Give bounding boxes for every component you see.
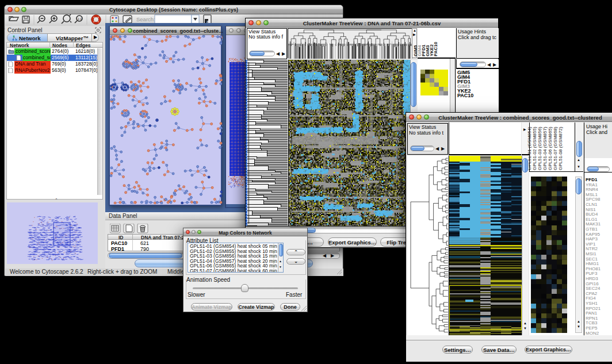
svg-text:1:1: 1:1 (78, 17, 82, 21)
svg-text:Search:: Search: (136, 16, 155, 22)
